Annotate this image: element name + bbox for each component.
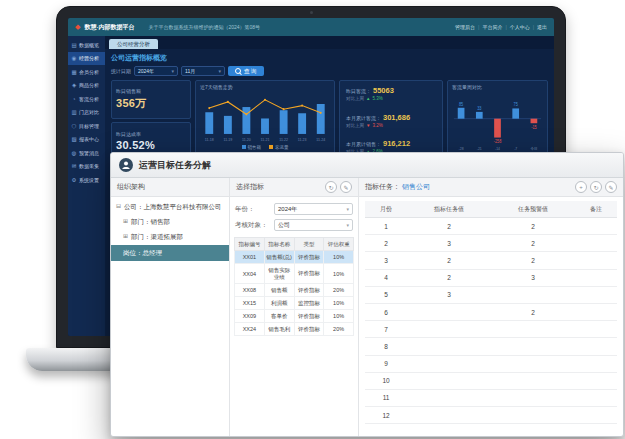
cell: 7 <box>365 321 407 338</box>
legend-swatch-icon <box>269 145 273 149</box>
org-tree-item-0[interactable]: ⊟公司：上海数慧平台科技有限公司 <box>111 199 229 214</box>
cell: XX15 <box>235 297 265 310</box>
menu-icon: ◉ <box>71 55 77 61</box>
webcam-icon <box>310 11 313 14</box>
sidebar-item-9[interactable]: ✉数据采集 <box>68 160 105 174</box>
sidebar-item-0[interactable]: ▤数据概览 <box>68 38 105 52</box>
line-point <box>283 108 285 110</box>
object-label: 考核对象： <box>235 221 271 230</box>
cell <box>575 235 617 252</box>
kpi-stat-label: 昨日客流： <box>346 88 371 94</box>
add-icon[interactable]: + <box>575 181 587 193</box>
table-row[interactable]: 7 <box>365 321 617 338</box>
trend-chart-panel: 近7天销售走势 11-1811-1911-2011-2111-2211-2311… <box>195 80 335 160</box>
sidebar-item-10[interactable]: ⚙系统设置 <box>68 173 105 187</box>
legend-item: 销售额 <box>242 145 262 150</box>
table-row[interactable]: XX04销售实际业绩评价指标10% <box>235 264 354 284</box>
dashboard-sidebar: ▤数据概览◉经营分析▦会员分析◈商品分析◔客流分析▥门店对比⬡目标管理▧报表中心… <box>68 36 105 336</box>
x-tick-label: 11-18 <box>205 138 214 142</box>
sidebar-item-4[interactable]: ◔客流分析 <box>68 92 105 106</box>
month-select-value: 11月 <box>185 68 195 74</box>
kpi-stat-line: 本月累计销售：916,212 <box>346 139 436 148</box>
table-row[interactable]: 122 <box>365 218 617 235</box>
cell <box>575 303 617 320</box>
table-row[interactable]: 423 <box>365 269 617 286</box>
indicator-header-icons: ↻✎ <box>325 181 352 193</box>
sidebar-item-5[interactable]: ▥门店对比 <box>68 106 105 120</box>
refresh-icon[interactable]: ↻ <box>590 181 602 193</box>
edit-icon[interactable]: ✎ <box>605 181 617 193</box>
compare-label: 对比上周 <box>346 123 364 128</box>
line-series <box>209 100 320 114</box>
bar <box>205 112 213 134</box>
refresh-icon[interactable]: ↻ <box>325 181 337 193</box>
org-tree-item-2[interactable]: ⊞部门：渠道拓展部 <box>111 230 229 245</box>
header-link-2[interactable]: 个人中心 <box>510 24 530 30</box>
query-button[interactable]: 查 询 <box>228 66 264 76</box>
month-select[interactable]: 11月 ▾ <box>181 66 225 76</box>
table-row[interactable]: 11 <box>365 389 617 406</box>
sidebar-item-2[interactable]: ▦会员分析 <box>68 65 105 79</box>
table-row[interactable]: XX08销售额评价指标20% <box>235 284 354 297</box>
query-button-label: 查 询 <box>244 68 257 75</box>
user-icon <box>119 158 133 172</box>
cell: 3 <box>491 269 575 286</box>
object-select[interactable]: 公司 ▾ <box>274 219 353 231</box>
tab-bar: 公司经营分析 <box>105 36 554 49</box>
org-tree-item-3[interactable]: 岗位：总经理 <box>111 245 229 260</box>
cell: 10% <box>324 297 354 310</box>
table-row[interactable]: 8 <box>365 338 617 355</box>
menu-icon: ▤ <box>71 42 77 48</box>
table-row[interactable]: 62 <box>365 303 617 320</box>
table-row[interactable]: 232 <box>365 235 617 252</box>
tree-toggle-icon[interactable]: ⊞ <box>123 218 128 226</box>
cell: 2 <box>491 303 575 320</box>
menu-icon: ▧ <box>71 136 77 142</box>
object-form-row: 考核对象： 公司 ▾ <box>230 217 358 233</box>
cell: XX04 <box>235 264 265 284</box>
org-tree-item-1[interactable]: ⊞部门：销售部 <box>111 214 229 229</box>
table-row[interactable]: XX24销售毛利评价指标20% <box>235 323 354 336</box>
task-decompose-window: 运营目标任务分解 组织架构 ⊟公司：上海数慧平台科技有限公司⊞部门：销售部⊞部门… <box>110 152 624 437</box>
table-row[interactable]: 10 <box>365 372 617 389</box>
table-row[interactable]: 9 <box>365 355 617 372</box>
window-body: 组织架构 ⊟公司：上海数慧平台科技有限公司⊞部门：销售部⊞部门：渠道拓展部岗位：… <box>111 178 623 436</box>
year-label: 年份： <box>235 205 271 214</box>
cell: 销售实际业绩 <box>264 264 294 284</box>
cell: 2 <box>491 235 575 252</box>
table-row[interactable]: XX01销售额(总)评价指标10% <box>235 251 354 264</box>
kpi-stat-label: 本月累计客流： <box>346 115 381 121</box>
table-row[interactable]: XX09客单价评价指标10% <box>235 310 354 323</box>
edit-icon[interactable]: ✎ <box>340 181 352 193</box>
column-header: 指标名称 <box>264 238 294 251</box>
header-link-1[interactable]: 平台简介 <box>482 24 502 30</box>
sidebar-item-7[interactable]: ▧报表中心 <box>68 133 105 147</box>
legend-swatch-icon <box>242 145 246 149</box>
x-tick-label: -28 <box>459 147 464 151</box>
bar-label: -258 <box>494 139 502 144</box>
table-row[interactable]: 12 <box>365 407 617 424</box>
header-link-0[interactable]: 管理后台 <box>455 24 475 30</box>
cell: 销售毛利 <box>264 323 294 336</box>
table-row[interactable]: XX15利润额监控指标10% <box>235 297 354 310</box>
sidebar-item-8[interactable]: ◍预警消息 <box>68 146 105 160</box>
header-link-3[interactable]: 退出 <box>537 24 547 30</box>
table-row[interactable]: 53 <box>365 286 617 303</box>
table-row[interactable]: 322 <box>365 252 617 269</box>
cell <box>575 321 617 338</box>
cell: 3 <box>407 286 491 303</box>
tree-toggle-icon[interactable]: ⊟ <box>116 203 121 211</box>
sidebar-item-6[interactable]: ⬡目标管理 <box>68 119 105 133</box>
line-point <box>301 104 303 106</box>
year-select[interactable]: 2024年 ▾ <box>134 66 178 76</box>
x-tick-label: -21 <box>477 147 482 151</box>
tab-company-analysis[interactable]: 公司经营分析 <box>109 39 158 50</box>
window-year-select[interactable]: 2024年 ▾ <box>274 203 353 215</box>
kpi-stat-line: 本月累计客流：301,686 <box>346 113 436 122</box>
filter-row: 统计日期 2024年 ▾ 11月 ▾ 查 询 <box>111 66 548 76</box>
sidebar-item-3[interactable]: ◈商品分析 <box>68 79 105 93</box>
table-header-row: 指标编号指标名称类型评估权重 <box>235 238 354 251</box>
tree-toggle-icon[interactable]: ⊞ <box>123 233 128 241</box>
sidebar-item-1[interactable]: ◉经营分析 <box>68 52 105 66</box>
cell <box>407 407 491 424</box>
